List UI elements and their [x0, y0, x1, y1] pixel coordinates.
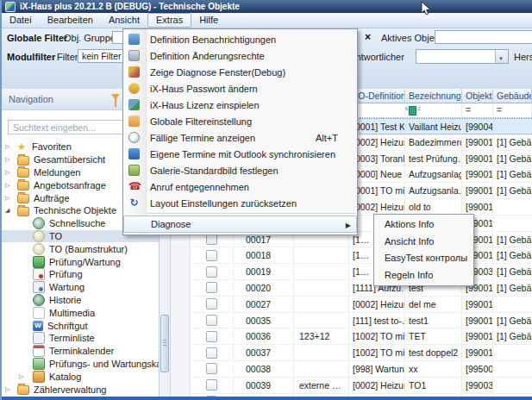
- tree-expand-arrow[interactable]: ▷: [5, 386, 14, 393]
- filter-combo[interactable]: kein Filter: [78, 49, 128, 63]
- header-objekt[interactable]: Objekt: [462, 89, 493, 103]
- row-checkbox[interactable]: [206, 282, 217, 293]
- tree-expand-arrow[interactable]: ▷: [5, 156, 14, 163]
- sidebar-item-prüfung-wartung[interactable]: Prüfung/Wartung: [2, 255, 159, 268]
- table-row[interactable]: 00019 [1… [99003… [1] Gebä…: [171, 264, 532, 280]
- cell-bezeichnung: old to: [405, 199, 462, 215]
- menu-item-license[interactable]: iX-Haus Lizenz einspielen: [123, 97, 357, 113]
- row-checkbox[interactable]: [206, 331, 217, 342]
- table-row[interactable]: 00037 [1002] TO mit… test doppel2 [99001…: [171, 345, 532, 361]
- sidebar-item-schriftgut[interactable]: Schriftgut: [2, 319, 159, 332]
- filter-objekt[interactable]: =: [462, 103, 493, 117]
- tree-item-label: Terminliste: [49, 333, 95, 343]
- sidebar-item-zählerverwaltung[interactable]: ▷ Zählerverwaltung: [2, 383, 159, 396]
- table-row[interactable]: 00020 [1111] Aufzu… test [99001… [1] Geb…: [171, 280, 532, 297]
- menubar-item-bearbeiten[interactable]: Bearbeiten: [40, 13, 101, 28]
- aktives-objekt-input[interactable]: [435, 30, 532, 44]
- menu-item-gallery-image[interactable]: Galerie-Standardbild festlegen: [123, 162, 357, 178]
- equals-filter-icon[interactable]: =: [497, 105, 502, 115]
- menu-item-diagnose[interactable]: Diagnose: [123, 216, 357, 233]
- menubar-item-hilfe[interactable]: Hilfe: [191, 13, 226, 28]
- tree-expand-arrow[interactable]: ▷: [5, 182, 14, 189]
- equals-filter-icon[interactable]: =: [466, 105, 471, 115]
- row-indicator: [171, 297, 191, 312]
- row-checkbox[interactable]: [206, 298, 217, 309]
- tree-item-label: Historie: [49, 295, 81, 305]
- menu-item-filter-edit[interactable]: Globale Filtereinstellung: [123, 113, 357, 129]
- table-row[interactable]: 00038 [998] Wartun… xx [99500…: [171, 361, 532, 378]
- sidebar-item-terminkalender[interactable]: Terminkalender: [2, 345, 159, 358]
- menu-item-password-key[interactable]: iX-Haus Passwort ändern: [123, 80, 357, 97]
- sidebar-item-historie[interactable]: Historie: [2, 294, 159, 307]
- submenu-item-3[interactable]: Regeln Info: [374, 267, 473, 284]
- row-checkbox[interactable]: [206, 363, 217, 374]
- cell-number: 00038: [234, 361, 294, 377]
- tree-expand-arrow[interactable]: ▷: [19, 373, 28, 380]
- submenu-item-2[interactable]: EasyTest контролы: [374, 250, 473, 267]
- table-row[interactable]: 00018 [1… [99001… [1] Gebä…: [171, 247, 532, 264]
- folder-icon: [17, 181, 29, 191]
- menubar: DateiBearbeitenAnsichtExtrasHilfe: [2, 13, 532, 28]
- row-checkbox[interactable]: [206, 347, 217, 359]
- clipboard-red-icon: [33, 268, 45, 280]
- tree-item-label: Terminkalender: [49, 346, 114, 356]
- phone-icon: [128, 181, 140, 192]
- sidebar-item-to-baumstruktur-[interactable]: TO (Baumstruktur): [2, 242, 159, 255]
- submenu-item-1[interactable]: Ansicht Info: [374, 234, 473, 251]
- gallery-image-icon: [128, 165, 140, 176]
- nav-scrollbar-thumb[interactable]: [160, 315, 169, 372]
- menu-item-notification[interactable]: Definition Benachrichtigungen: [123, 31, 357, 47]
- cell-gebaeude: [1] Gebä…: [493, 264, 532, 279]
- header-gebaeude[interactable]: Gebäude: [493, 89, 532, 103]
- table-row[interactable]: 00035 [111] test to-… test1 [99001… [1] …: [171, 313, 532, 329]
- sidebar-item-prüfungs-und-wartungskalender[interactable]: Prüfungs- und Wartungskalender: [2, 358, 159, 371]
- submenu-item-0[interactable]: Aktions Info: [374, 216, 473, 234]
- contains-filter-icon[interactable]: [409, 106, 416, 116]
- outlook-sync-icon: [128, 148, 140, 159]
- verantwortlicher-combo[interactable]: [416, 49, 509, 64]
- table-row[interactable]: 00036 123+12 [1002] TO mit… TET [99001… …: [171, 328, 532, 345]
- cell-gebaeude: [1] Gebä…: [493, 280, 532, 296]
- row-checkbox[interactable]: [206, 379, 217, 391]
- tree-expand-arrow[interactable]: ◢: [5, 207, 14, 214]
- filter-gebaeude[interactable]: =: [493, 103, 532, 117]
- cell-number: 00037: [234, 345, 294, 360]
- row-checkbox[interactable]: [206, 250, 217, 261]
- tree-item-label: Technische Objekte: [34, 205, 116, 216]
- sidebar-item-multimedia[interactable]: Multimedia: [2, 306, 159, 319]
- sidebar-item-prüfung[interactable]: Prüfung: [2, 268, 159, 281]
- menu-item-change-rights[interactable]: Definition Änderungsrechte: [123, 47, 357, 64]
- tree-expand-arrow[interactable]: ▷: [5, 143, 14, 150]
- menu-item-diagnose-window[interactable]: Zeige Diagnose Fenster(Debug): [123, 64, 357, 80]
- row-checkbox[interactable]: [206, 266, 217, 278]
- tree-expand-arrow[interactable]: ▷: [5, 195, 14, 202]
- sidebar-item-katalog[interactable]: ▷ Katalog: [2, 370, 159, 383]
- header-bezeichnung[interactable]: Bezeichnung: [405, 89, 462, 103]
- chevron-down-icon[interactable]: [495, 50, 508, 63]
- tree-expand-arrow[interactable]: ▷: [5, 169, 14, 176]
- filter-bezeichnung[interactable]: [405, 103, 462, 117]
- menu-item-layout-reset[interactable]: Layout Einstellungen zurücksetzen: [123, 195, 357, 211]
- table-row[interactable]: 00039 externe … [0002] Heizung TO1 [9900…: [171, 378, 532, 394]
- tree-item-label: Prüfung/Wartung: [49, 257, 121, 267]
- table-row[interactable]: 00027 [0002] Heizung del me [99001…: [171, 297, 532, 313]
- cell-extra: [294, 361, 349, 377]
- tree-item-label: Favoriten: [32, 141, 72, 152]
- menubar-item-extras[interactable]: Extras: [147, 13, 191, 28]
- cell-number: 00036: [234, 328, 294, 344]
- row-indicator: [171, 264, 191, 279]
- menubar-item-datei[interactable]: Datei: [2, 13, 40, 28]
- menubar-item-ansicht[interactable]: Ansicht: [101, 13, 147, 28]
- menu-item-due-dates-clock[interactable]: Fällige Termine anzeigen Alt+T: [123, 129, 357, 146]
- row-checkbox[interactable]: [206, 315, 217, 326]
- filter-funnel-icon[interactable]: [111, 94, 120, 100]
- cell-bezeichnung: Aufzugsanlage: [405, 166, 462, 182]
- sidebar-item-terminliste[interactable]: Terminliste: [2, 332, 159, 345]
- sidebar-item-wartung[interactable]: Wartung: [2, 281, 159, 294]
- clear-filter-icon[interactable]: [365, 31, 371, 43]
- menu-item-phone[interactable]: Anruf entgegennehmen: [123, 178, 357, 195]
- menu-separator: [147, 213, 355, 214]
- tree-item-label: Prüfung: [49, 269, 83, 279]
- filter-label: Filter: [57, 52, 78, 62]
- menu-item-outlook-sync[interactable]: Eigene Termine mit Outlook synchronisier…: [123, 146, 357, 162]
